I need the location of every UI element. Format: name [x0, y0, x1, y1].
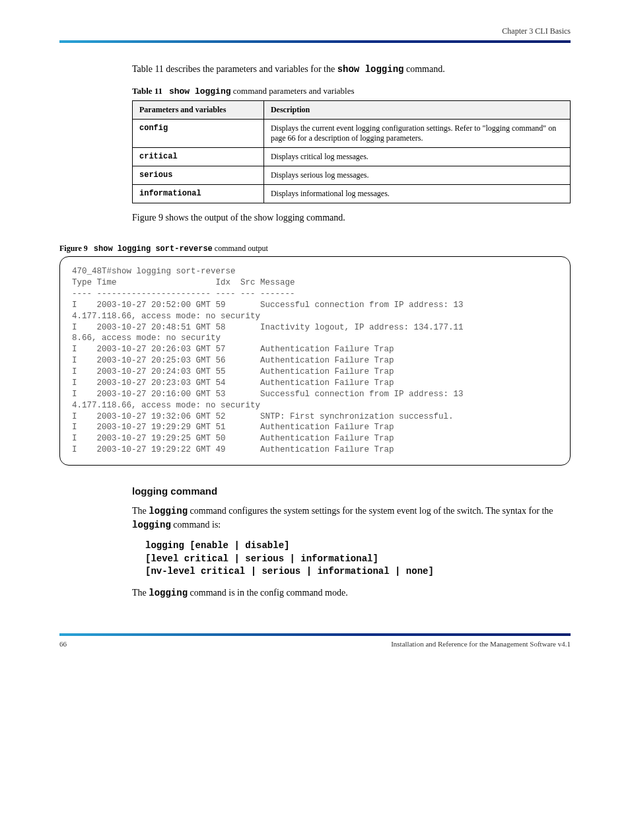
cell-param: serious: [133, 166, 264, 184]
header-chapter-title: Chapter 3 CLI Basics: [59, 26, 571, 36]
inline-code: show logging: [337, 64, 404, 75]
footer-rule: [59, 633, 571, 636]
th-parameter: Parameters and variables: [133, 100, 264, 119]
text: The: [132, 588, 149, 598]
figure-caption: Figure 9 show logging sort-reverse comma…: [59, 244, 571, 254]
inline-code: logging: [132, 520, 171, 530]
table-row: critical Displays critical log messages.: [133, 147, 571, 166]
page-footer: 66 Installation and Reference for the Ma…: [59, 633, 571, 648]
cell-param: critical: [133, 147, 264, 166]
text: Table 11 describes the parameters and va…: [132, 64, 337, 74]
text: The: [132, 506, 149, 516]
th-description: Description: [263, 100, 570, 119]
cell-param: config: [133, 119, 264, 147]
terminal-output-box: 470_48T#show logging sort-reverse Type T…: [59, 256, 571, 466]
text: command output: [213, 244, 268, 253]
cell-desc: Displays serious log messages.: [263, 166, 570, 184]
terminal-output: 470_48T#show logging sort-reverse Type T…: [72, 266, 558, 456]
table-caption-code: show logging: [169, 87, 231, 96]
inline-code: logging: [149, 588, 188, 598]
text: command parameters and variables: [231, 86, 355, 96]
table-row: informational Displays informational log…: [133, 184, 571, 203]
text: command.: [403, 64, 444, 74]
cell-param: informational: [133, 184, 264, 203]
footer-doc-title: Installation and Reference for the Manag…: [391, 640, 571, 648]
section-paragraph-1: The logging command configures the syste…: [59, 505, 571, 532]
section-heading: logging command: [59, 485, 571, 497]
header-rule: [59, 40, 571, 43]
table-row: config Displays the current event loggin…: [133, 119, 571, 147]
cell-desc: Displays informational log messages.: [263, 184, 570, 203]
cell-desc: Displays the current event logging confi…: [263, 119, 570, 147]
footer-page-number: 66: [59, 640, 67, 648]
syntax-block: logging [enable | disable] [level critic…: [59, 540, 571, 578]
cell-desc: Displays critical log messages.: [263, 147, 570, 166]
text: command is in the config command mode.: [188, 588, 348, 598]
section-paragraph-2: The logging command is in the config com…: [59, 586, 571, 600]
figure-intro-paragraph: Figure 9 shows the output of the show lo…: [59, 211, 571, 225]
table-number: Table 11: [132, 86, 162, 96]
parameters-table: Parameters and variables Description con…: [132, 100, 571, 203]
table-header-row: Parameters and variables Description: [133, 100, 571, 119]
table-intro-paragraph: Table 11 describes the parameters and va…: [59, 63, 571, 77]
text: command is:: [171, 520, 221, 530]
text: command configures the system settings f…: [188, 506, 553, 516]
table-row: serious Displays serious log messages.: [133, 166, 571, 184]
inline-code: logging: [149, 506, 188, 516]
figure-number: Figure 9: [59, 244, 88, 253]
figure-caption-code: show logging sort-reverse: [94, 244, 213, 254]
table-caption: Table 11 show logging command parameters…: [132, 86, 571, 96]
document-page: Chapter 3 CLI Basics Table 11 describes …: [0, 0, 630, 674]
